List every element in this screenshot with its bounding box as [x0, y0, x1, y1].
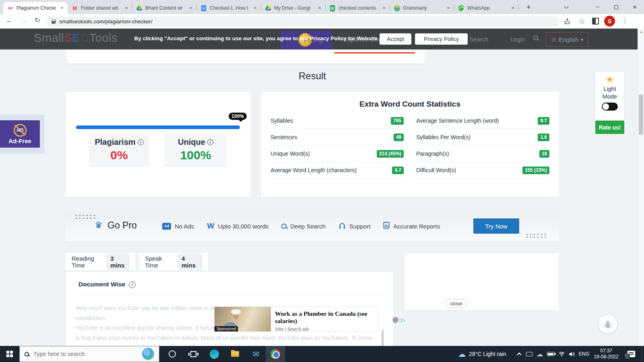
side-panel-icon[interactable]: [592, 18, 599, 25]
speak-time-value: 4 mins: [178, 254, 202, 270]
tab-plagiarism-checker[interactable]: SST Plagiarism Checke ×: [3, 2, 68, 14]
report-bug-button[interactable]: [599, 315, 617, 333]
tab-close-icon[interactable]: ×: [510, 5, 516, 11]
tab-divider: [132, 4, 132, 10]
divider: [78, 294, 380, 295]
tray-onedrive-ic[interactable]: ☁: [535, 346, 545, 362]
adchoices-badge[interactable]: ▷: [392, 317, 405, 323]
stat-value-badge: 4.7: [392, 167, 404, 174]
tab-grammarly[interactable]: Grammarly ×: [390, 2, 454, 14]
taskbar-weather[interactable]: ☁ 28°C Light rain: [458, 346, 506, 362]
ad-close-button[interactable]: close: [446, 299, 466, 308]
tray-volume-icon[interactable]: [567, 346, 577, 362]
back-icon[interactable]: ←: [6, 16, 13, 25]
plagiarism-value: 0%: [110, 148, 128, 162]
nav-login[interactable]: Login: [510, 36, 525, 43]
stat-label: Average Sentence Length (word): [416, 117, 499, 124]
cortana-button[interactable]: [163, 346, 182, 362]
profile-avatar[interactable]: S: [604, 16, 615, 27]
ad-headline[interactable]: Work as a Plumber in Canada (see salarie…: [275, 310, 374, 325]
accept-button[interactable]: Accept: [380, 33, 411, 45]
document-scrollbar[interactable]: [382, 329, 384, 346]
bookmark-star-icon[interactable]: ☆: [579, 17, 585, 26]
page-scrollbar[interactable]: ▲: [638, 29, 644, 346]
tab-checked-contents[interactable]: checked contents ×: [325, 2, 390, 14]
url-text[interactable]: smallseotools.com/plagiarism-checker/: [59, 19, 153, 25]
language-selector[interactable]: ⊕ English ▾: [546, 32, 588, 47]
tab-close-icon[interactable]: ×: [445, 5, 452, 11]
tab-close-icon[interactable]: ×: [381, 5, 387, 11]
tab-close-icon[interactable]: ×: [59, 5, 65, 11]
stat-label: Unique Word(s): [270, 150, 310, 157]
reading-time-label: Reading Time: [72, 255, 102, 269]
reload-icon[interactable]: ↻: [35, 16, 40, 25]
progress-tooltip: 100%: [229, 113, 247, 120]
notification-center-button[interactable]: 7: [624, 346, 638, 362]
forward-icon[interactable]: →: [20, 16, 28, 25]
plagiarism-result-card: 100% Plagiarismi 0% Uniquei 100%: [66, 92, 251, 197]
task-view-button[interactable]: [184, 346, 203, 362]
edge-button[interactable]: [204, 346, 224, 362]
browser-tab-strip: SST Plagiarism Checke × M Folder shared …: [0, 0, 644, 14]
stat-value-badge: 155 (33%): [522, 167, 549, 174]
weather-cloud-icon: ☁: [458, 350, 466, 359]
chrome-button-active[interactable]: [266, 346, 285, 362]
tray-wifi-icon[interactable]: [556, 346, 567, 362]
tab-bharti-content[interactable]: Bharti Content wr ×: [132, 2, 196, 14]
tab-whatsapp[interactable]: WhatsApp ×: [454, 2, 518, 14]
start-button[interactable]: [0, 346, 19, 362]
tab-gmail-folder[interactable]: M Folder shared wit ×: [68, 2, 132, 14]
stat-value-badge: 9.7: [538, 117, 549, 125]
info-icon[interactable]: i: [207, 139, 213, 145]
docs-favicon: [200, 5, 207, 11]
taskbar-search[interactable]: [19, 346, 159, 362]
sponsored-ad[interactable]: Sponsored Work as a Plumber in Canada (s…: [214, 306, 378, 332]
stat-row: Difficult Word(s)155 (33%): [416, 162, 549, 179]
share-icon[interactable]: [564, 18, 571, 27]
stats-column-left: Syllables765 Sentences49 Unique Word(s)2…: [270, 113, 404, 179]
sheets-favicon: [329, 5, 336, 11]
info-icon[interactable]: i: [129, 281, 136, 288]
feature-support: Support: [339, 222, 371, 230]
tray-device-icon[interactable]: [524, 346, 535, 362]
drive-favicon: [265, 5, 271, 11]
rate-us-button[interactable]: Rate us!: [595, 121, 624, 134]
tab-my-drive[interactable]: My Drive - Googl ×: [261, 2, 325, 14]
window-close-button[interactable]: ×: [625, 0, 644, 14]
tab-close-icon[interactable]: ×: [252, 5, 258, 11]
show-desktop-divider[interactable]: [641, 346, 642, 362]
address-bar[interactable]: smallseotools.com/plagiarism-checker/: [47, 16, 559, 27]
search-highlight-graphic[interactable]: [142, 348, 154, 360]
lock-icon[interactable]: [52, 21, 56, 24]
stat-value-badge: 49: [394, 134, 404, 141]
tab-close-icon[interactable]: ×: [188, 5, 194, 11]
file-explorer-button[interactable]: [225, 346, 245, 362]
taskbar-clock[interactable]: 07:37 19-08-2022: [591, 348, 621, 360]
edge-icon: [210, 350, 219, 359]
tab-close-icon[interactable]: ×: [123, 5, 130, 11]
tray-language[interactable]: ENG: [577, 346, 591, 362]
scrollbar-thumb[interactable]: [639, 95, 643, 135]
dots-decoration: [74, 214, 97, 219]
tab-search-chevron-icon[interactable]: [557, 0, 576, 14]
tray-battery-icon[interactable]: [545, 346, 556, 362]
window-maximize-button[interactable]: [607, 0, 625, 14]
mail-button[interactable]: ✉: [246, 346, 266, 362]
tray-chevron-up-icon[interactable]: [514, 346, 524, 362]
info-icon[interactable]: i: [138, 139, 144, 145]
result-title: Result: [0, 70, 625, 82]
scroll-up-arrow-icon[interactable]: ▲: [638, 30, 644, 34]
taskbar-search-input[interactable]: [33, 351, 138, 357]
new-tab-button[interactable]: +: [523, 2, 534, 12]
header-search-icon[interactable]: [533, 35, 538, 40]
light-mode-toggle[interactable]: [602, 103, 618, 111]
tab-checked-doc[interactable]: Checked-1. How t ×: [196, 2, 261, 14]
word-count-icon: W: [207, 222, 214, 230]
browser-menu-icon[interactable]: ⋮: [622, 17, 628, 25]
window-minimize-button[interactable]: [588, 0, 607, 14]
privacy-policy-button[interactable]: Privacy Policy: [415, 33, 468, 45]
tab-close-icon[interactable]: ×: [316, 5, 323, 11]
ad-free-badge[interactable]: AD Ad-Free: [0, 120, 40, 148]
search-icon: [25, 352, 29, 356]
try-now-button[interactable]: Try Now: [473, 218, 519, 234]
